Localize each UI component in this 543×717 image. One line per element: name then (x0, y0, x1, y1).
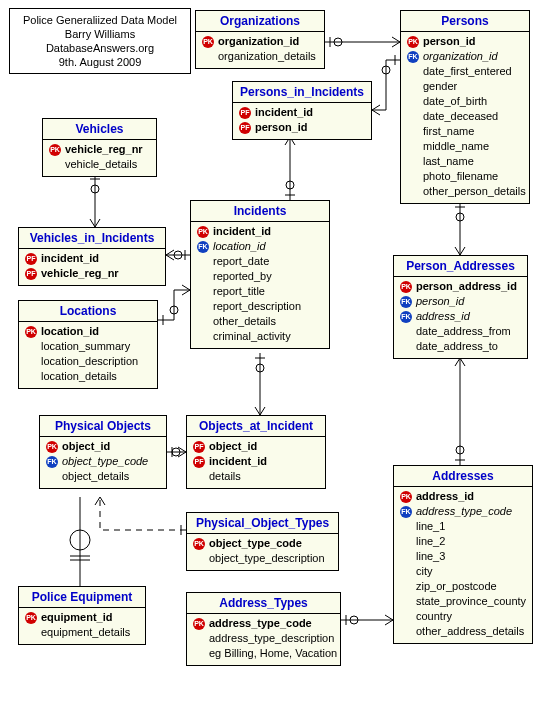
attribute-name: vehicle_details (63, 157, 137, 172)
svg-point-17 (256, 364, 264, 372)
primary-key-icon: PK (400, 281, 412, 293)
attribute-name: organization_id (216, 34, 299, 49)
attribute-row: eg Billing, Home, Vacation (191, 646, 336, 661)
entity-attributes: PKaddress_type_codeaddress_type_descript… (187, 614, 340, 665)
entity-vehicles: VehiclesPKvehicle_reg_nrvehicle_details (42, 118, 157, 177)
entity-attributes: PFobject_idPFincident_iddetails (187, 437, 325, 488)
entity-title: Persons (401, 11, 529, 32)
attribute-row: PFvehicle_reg_nr (23, 266, 161, 281)
entity-attributes: PKobject_type_codeobject_type_descriptio… (187, 534, 338, 570)
attribute-name: line_2 (414, 534, 445, 549)
attribute-name: state_province_county (414, 594, 526, 609)
meta-line: DatabaseAnswers.org (16, 41, 184, 55)
attribute-name: address_type_description (207, 631, 334, 646)
attribute-row: PKperson_address_id (398, 279, 523, 294)
svg-point-19 (172, 448, 180, 456)
svg-point-9 (174, 251, 182, 259)
attribute-name: middle_name (421, 139, 489, 154)
pk-fk-icon: PF (25, 253, 37, 265)
attribute-name: object_type_code (207, 536, 302, 551)
attribute-row: date_of_birth (405, 94, 525, 109)
attribute-row: PKlocation_id (23, 324, 153, 339)
attribute-row: organization_details (200, 49, 320, 64)
primary-key-icon: PK (202, 36, 214, 48)
attribute-name: organization_id (421, 49, 498, 64)
attribute-row: location_details (23, 369, 153, 384)
attribute-name: address_id (414, 309, 470, 324)
primary-key-icon: PK (25, 612, 37, 624)
entity-title: Physical Objects (40, 416, 166, 437)
attribute-row: photo_filename (405, 169, 525, 184)
attribute-name: person_id (414, 294, 464, 309)
attribute-row: FKperson_id (398, 294, 523, 309)
attribute-row: line_2 (398, 534, 528, 549)
pk-fk-icon: PF (239, 107, 251, 119)
attribute-name: reported_by (211, 269, 272, 284)
attribute-row: FKorganization_id (405, 49, 525, 64)
attribute-name: date_first_entered (421, 64, 512, 79)
attribute-name: vehicle_reg_nr (39, 266, 119, 281)
attribute-name: report_description (211, 299, 301, 314)
attribute-name: person_address_id (414, 279, 517, 294)
entity-title: Address_Types (187, 593, 340, 614)
attribute-name: incident_id (211, 224, 271, 239)
attribute-name: equipment_id (39, 610, 113, 625)
attribute-name: location_details (39, 369, 117, 384)
attribute-row: object_details (44, 469, 162, 484)
svg-point-21 (70, 530, 90, 550)
attribute-row: PKobject_id (44, 439, 162, 454)
attribute-row: first_name (405, 124, 525, 139)
attribute-name: person_id (253, 120, 308, 135)
attribute-row: other_person_details (405, 184, 525, 199)
entity-locations: LocationsPKlocation_idlocation_summarylo… (18, 300, 158, 389)
attribute-row: zip_or_postcode (398, 579, 528, 594)
attribute-name: other_details (211, 314, 276, 329)
attribute-row: PKobject_type_code (191, 536, 334, 551)
attribute-row: PKaddress_type_code (191, 616, 336, 631)
attribute-name: first_name (421, 124, 474, 139)
attribute-row: PFperson_id (237, 120, 367, 135)
entity-police-equipment: Police EquipmentPKequipment_idequipment_… (18, 586, 146, 645)
attribute-row: date_deceased (405, 109, 525, 124)
attribute-row: equipment_details (23, 625, 141, 640)
attribute-row: PFincident_id (191, 454, 321, 469)
entity-title: Addresses (394, 466, 532, 487)
attribute-name: location_id (39, 324, 99, 339)
attribute-row: PKincident_id (195, 224, 325, 239)
entity-attributes: PKlocation_idlocation_summarylocation_de… (19, 322, 157, 388)
attribute-name: date_deceased (421, 109, 498, 124)
attribute-row: criminal_activity (195, 329, 325, 344)
attribute-name: object_type_description (207, 551, 325, 566)
entity-title: Person_Addresses (394, 256, 527, 277)
attribute-row: other_address_details (398, 624, 528, 639)
entity-attributes: PFincident_idPFperson_id (233, 103, 371, 139)
attribute-row: report_title (195, 284, 325, 299)
attribute-row: location_summary (23, 339, 153, 354)
meta-line: Police Generaliized Data Model (16, 13, 184, 27)
attribute-name: object_id (207, 439, 257, 454)
svg-point-13 (456, 213, 464, 221)
entity-persons-in-incidents: Persons_in_IncidentsPFincident_idPFperso… (232, 81, 372, 140)
foreign-key-icon: FK (46, 456, 58, 468)
attribute-name: line_3 (414, 549, 445, 564)
svg-point-3 (382, 66, 390, 74)
attribute-row: PKaddress_id (398, 489, 528, 504)
entity-attributes: PKvehicle_reg_nrvehicle_details (43, 140, 156, 176)
attribute-row: country (398, 609, 528, 624)
primary-key-icon: PK (25, 326, 37, 338)
entity-addresses: AddressesPKaddress_idFKaddress_type_code… (393, 465, 533, 644)
entity-attributes: PKorganization_idorganization_details (196, 32, 324, 68)
attribute-name: photo_filename (421, 169, 498, 184)
attribute-name: incident_id (207, 454, 267, 469)
pk-fk-icon: PF (25, 268, 37, 280)
attribute-name: date_address_from (414, 324, 511, 339)
entity-person-addresses: Person_AddressesPKperson_address_idFKper… (393, 255, 528, 359)
attribute-row: address_type_description (191, 631, 336, 646)
foreign-key-icon: FK (407, 51, 419, 63)
primary-key-icon: PK (193, 618, 205, 630)
attribute-name: report_title (211, 284, 265, 299)
entity-incidents: IncidentsPKincident_idFKlocation_idrepor… (190, 200, 330, 349)
attribute-name: other_person_details (421, 184, 526, 199)
attribute-name: organization_details (216, 49, 316, 64)
foreign-key-icon: FK (400, 311, 412, 323)
